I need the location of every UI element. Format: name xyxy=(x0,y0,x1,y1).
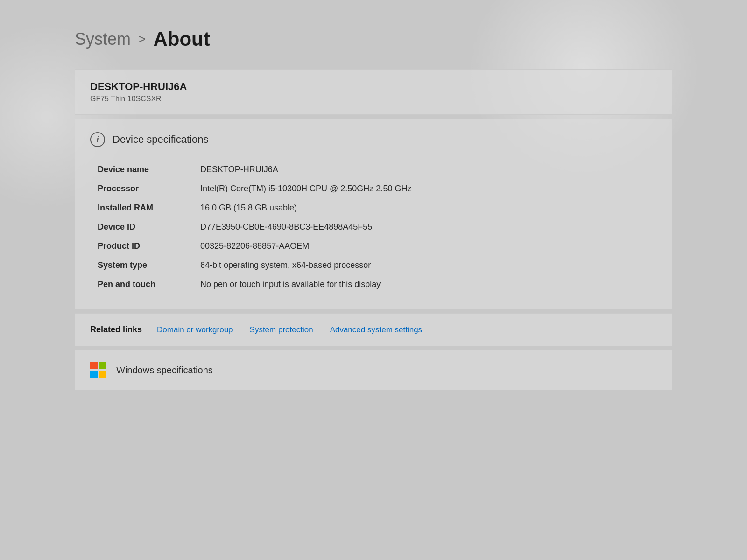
breadcrumb-arrow: > xyxy=(138,32,146,47)
spec-value-5: 64-bit operating system, x64-based proce… xyxy=(200,256,657,275)
device-specs-section: i Device specifications Device nameDESKT… xyxy=(75,119,672,309)
svg-rect-3 xyxy=(99,371,106,378)
spec-label-5: System type xyxy=(98,256,200,275)
main-container: System > About DESKTOP-HRUIJ6A GF75 Thin… xyxy=(0,0,747,409)
related-links-section: Related links Domain or workgroupSystem … xyxy=(75,313,672,346)
device-name-card: DESKTOP-HRUIJ6A GF75 Thin 10SCSXR xyxy=(75,69,672,115)
related-link-2[interactable]: Advanced system settings xyxy=(330,325,422,335)
spec-value-0: DESKTOP-HRUIJ6A xyxy=(200,160,657,179)
related-link-0[interactable]: Domain or workgroup xyxy=(157,325,233,335)
specs-grid: Device nameDESKTOP-HRUIJ6AProcessorIntel… xyxy=(90,160,657,294)
related-link-1[interactable]: System protection xyxy=(250,325,313,335)
breadcrumb: System > About xyxy=(75,28,672,50)
links-container: Domain or workgroupSystem protectionAdva… xyxy=(157,325,439,335)
related-links-label: Related links xyxy=(90,325,142,335)
section-title: Device specifications xyxy=(113,133,208,146)
section-header: i Device specifications xyxy=(90,132,657,147)
info-icon: i xyxy=(90,132,105,147)
breadcrumb-system: System xyxy=(75,29,131,49)
device-model: GF75 Thin 10SCSXR xyxy=(90,95,657,103)
windows-specs-section: Windows specifications xyxy=(75,350,672,390)
spec-value-4: 00325-82206-88857-AAOEM xyxy=(200,237,657,256)
spec-label-1: Processor xyxy=(98,179,200,198)
spec-label-2: Installed RAM xyxy=(98,198,200,217)
spec-label-0: Device name xyxy=(98,160,200,179)
spec-value-3: D77E3950-CB0E-4690-8BC3-EE4898A45F55 xyxy=(200,217,657,237)
device-hostname: DESKTOP-HRUIJ6A xyxy=(90,81,657,93)
spec-value-1: Intel(R) Core(TM) i5-10300H CPU @ 2.50GH… xyxy=(200,179,657,198)
spec-value-2: 16.0 GB (15.8 GB usable) xyxy=(200,198,657,217)
spec-label-4: Product ID xyxy=(98,237,200,256)
spec-label-3: Device ID xyxy=(98,217,200,237)
windows-logo-icon xyxy=(90,362,107,378)
svg-rect-0 xyxy=(90,362,98,369)
spec-value-6: No pen or touch input is available for t… xyxy=(200,275,657,294)
svg-rect-1 xyxy=(99,362,106,369)
svg-rect-2 xyxy=(90,371,98,378)
windows-specs-title: Windows specifications xyxy=(116,365,213,376)
info-icon-letter: i xyxy=(96,135,99,145)
spec-label-6: Pen and touch xyxy=(98,275,200,294)
breadcrumb-about: About xyxy=(153,28,210,50)
